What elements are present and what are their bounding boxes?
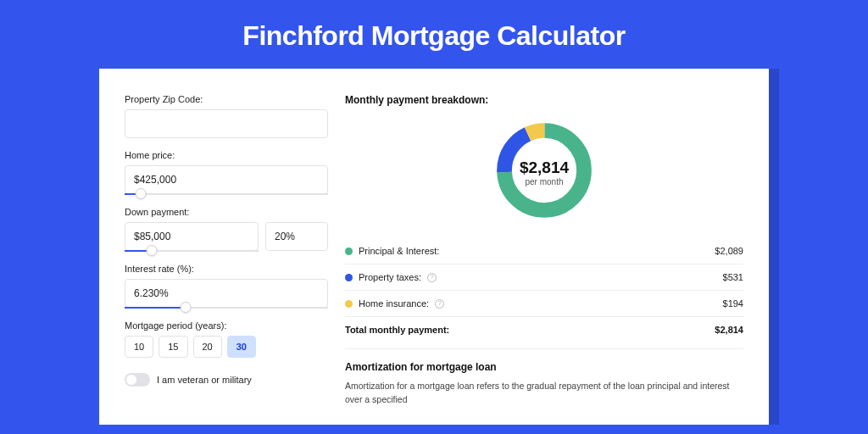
donut-chart: $2,814 per month [492, 118, 597, 226]
legend-row-insurance: Home insurance: ? $194 [345, 291, 743, 317]
veteran-toggle-row: I am veteran or military [125, 373, 328, 387]
interest-rate-slider[interactable] [125, 307, 328, 309]
zip-label: Property Zip Code: [125, 94, 328, 104]
dot-icon-yellow [345, 300, 353, 308]
down-payment-amount-input[interactable] [125, 222, 259, 251]
down-payment-percent-input[interactable] [265, 222, 328, 251]
period-option-10[interactable]: 10 [125, 336, 153, 358]
amortization-body: Amortization for a mortgage loan refers … [345, 380, 743, 407]
breakdown-title: Monthly payment breakdown: [345, 94, 743, 106]
down-payment-slider-thumb[interactable] [146, 245, 157, 256]
donut-chart-wrap: $2,814 per month [345, 118, 743, 226]
dot-icon-blue [345, 274, 353, 281]
veteran-toggle[interactable] [125, 373, 150, 387]
home-price-field-group: Home price: [125, 150, 328, 195]
mortgage-period-label: Mortgage period (years): [125, 320, 328, 331]
down-payment-slider[interactable] [125, 250, 259, 252]
zip-input[interactable] [125, 109, 328, 138]
total-value: $2,814 [715, 325, 743, 335]
legend-value-taxes: $531 [723, 272, 743, 282]
legend-label-principal: Principal & Interest: [359, 246, 439, 256]
donut-center-sub: per month [525, 177, 563, 186]
interest-rate-input[interactable] [125, 279, 328, 308]
total-label: Total monthly payment: [345, 325, 449, 335]
zip-field-group: Property Zip Code: [125, 94, 328, 138]
home-price-slider[interactable] [125, 193, 328, 195]
legend-row-principal: Principal & Interest: $2,089 [345, 238, 743, 264]
donut-center: $2,814 per month [492, 118, 597, 226]
total-row: Total monthly payment: $2,814 [345, 317, 743, 348]
amortization-section: Amortization for mortgage loan Amortizat… [345, 348, 743, 407]
period-option-15[interactable]: 15 [159, 336, 187, 358]
veteran-toggle-knob [126, 375, 136, 385]
down-payment-field-group: Down payment: [125, 207, 328, 252]
interest-rate-slider-thumb[interactable] [181, 302, 192, 313]
legend-label-insurance: Home insurance: [359, 298, 429, 309]
mortgage-period-field-group: Mortgage period (years): 10 15 20 30 [125, 320, 328, 358]
home-price-slider-thumb[interactable] [136, 188, 147, 199]
veteran-toggle-label: I am veteran or military [157, 375, 252, 385]
interest-rate-label: Interest rate (%): [125, 264, 328, 274]
donut-center-amount: $2,814 [520, 159, 569, 177]
legend-row-taxes: Property taxes: ? $531 [345, 264, 743, 291]
legend-value-insurance: $194 [723, 298, 743, 309]
info-icon[interactable]: ? [427, 273, 437, 282]
mortgage-period-options: 10 15 20 30 [125, 336, 328, 358]
calculator-card: Property Zip Code: Home price: Down paym… [99, 69, 769, 425]
period-option-20[interactable]: 20 [193, 336, 222, 358]
info-icon[interactable]: ? [435, 299, 444, 309]
legend-value-principal: $2,089 [715, 246, 743, 256]
period-option-30[interactable]: 30 [227, 336, 256, 358]
page-title: Finchford Mortgage Calculator [0, 0, 868, 69]
breakdown-panel: Monthly payment breakdown: $2,814 per mo… [345, 94, 743, 425]
dot-icon-green [345, 248, 353, 255]
down-payment-label: Down payment: [125, 207, 328, 217]
interest-rate-slider-fill [125, 307, 186, 309]
form-panel: Property Zip Code: Home price: Down paym… [125, 94, 328, 425]
interest-rate-field-group: Interest rate (%): [125, 264, 328, 309]
home-price-label: Home price: [125, 150, 328, 160]
amortization-title: Amortization for mortgage loan [345, 361, 743, 373]
legend-label-taxes: Property taxes: [359, 272, 421, 282]
home-price-input[interactable] [125, 165, 328, 194]
